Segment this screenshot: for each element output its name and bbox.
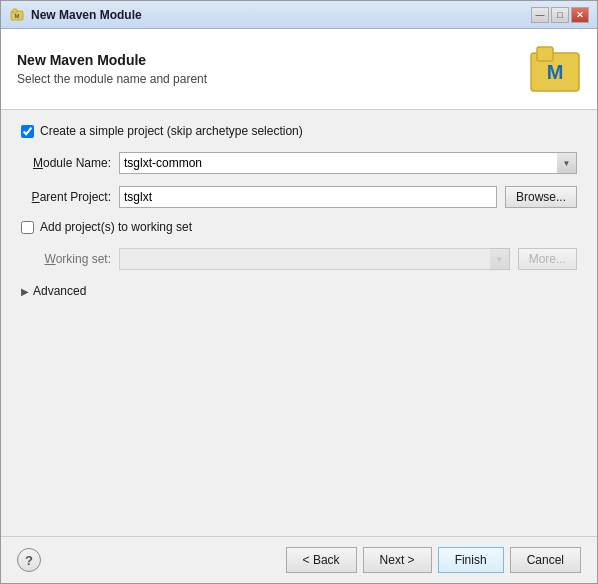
close-button[interactable]: ✕ bbox=[571, 7, 589, 23]
svg-rect-4 bbox=[537, 47, 553, 61]
more-button[interactable]: More... bbox=[518, 248, 577, 270]
title-bar: M New Maven Module — □ ✕ bbox=[1, 1, 597, 29]
maximize-button[interactable]: □ bbox=[551, 7, 569, 23]
maven-logo: M bbox=[529, 43, 581, 95]
header-text: New Maven Module Select the module name … bbox=[17, 52, 529, 86]
working-set-dropdown-arrow: ▼ bbox=[490, 248, 510, 270]
module-name-input-wrapper: ▼ bbox=[119, 152, 577, 174]
cancel-button[interactable]: Cancel bbox=[510, 547, 581, 573]
svg-text:M: M bbox=[15, 13, 20, 19]
working-set-checkbox-row: Add project(s) to working set bbox=[21, 220, 577, 234]
browse-button[interactable]: Browse... bbox=[505, 186, 577, 208]
content-area: Create a simple project (skip archetype … bbox=[1, 110, 597, 536]
simple-project-checkbox[interactable] bbox=[21, 125, 34, 138]
working-set-label: Working set: bbox=[21, 252, 111, 266]
minimize-button[interactable]: — bbox=[531, 7, 549, 23]
module-name-input[interactable] bbox=[119, 152, 577, 174]
svg-text:M: M bbox=[547, 61, 564, 83]
footer: ? < Back Next > Finish Cancel bbox=[1, 537, 597, 583]
window-controls: — □ ✕ bbox=[531, 7, 589, 23]
module-name-row: Module Name: ▼ bbox=[21, 152, 577, 174]
footer-right: < Back Next > Finish Cancel bbox=[286, 547, 581, 573]
parent-project-row: Parent Project: Browse... bbox=[21, 186, 577, 208]
dialog-subtitle: Select the module name and parent bbox=[17, 72, 529, 86]
next-button[interactable]: Next > bbox=[363, 547, 432, 573]
module-name-dropdown-arrow[interactable]: ▼ bbox=[557, 152, 577, 174]
finish-button[interactable]: Finish bbox=[438, 547, 504, 573]
window-title: New Maven Module bbox=[31, 8, 531, 22]
working-set-row: Working set: ▼ More... bbox=[21, 248, 577, 270]
advanced-triangle-icon: ▶ bbox=[21, 286, 29, 297]
working-set-checkbox-label[interactable]: Add project(s) to working set bbox=[40, 220, 192, 234]
parent-project-label: Parent Project: bbox=[21, 190, 111, 204]
window-icon: M bbox=[9, 7, 25, 23]
working-set-checkbox[interactable] bbox=[21, 221, 34, 234]
simple-project-row: Create a simple project (skip archetype … bbox=[21, 124, 577, 138]
dialog-title: New Maven Module bbox=[17, 52, 529, 68]
advanced-row[interactable]: ▶ Advanced bbox=[21, 284, 577, 298]
help-button[interactable]: ? bbox=[17, 548, 41, 572]
module-name-label: Module Name: bbox=[21, 156, 111, 170]
simple-project-label[interactable]: Create a simple project (skip archetype … bbox=[40, 124, 303, 138]
spacer bbox=[21, 308, 577, 522]
header-section: New Maven Module Select the module name … bbox=[1, 29, 597, 110]
dialog-window: M New Maven Module — □ ✕ New Maven Modul… bbox=[0, 0, 598, 584]
working-set-input bbox=[119, 248, 510, 270]
footer-left: ? bbox=[17, 548, 41, 572]
working-set-input-wrapper: ▼ bbox=[119, 248, 510, 270]
advanced-label: Advanced bbox=[33, 284, 86, 298]
parent-project-input[interactable] bbox=[119, 186, 497, 208]
back-button[interactable]: < Back bbox=[286, 547, 357, 573]
